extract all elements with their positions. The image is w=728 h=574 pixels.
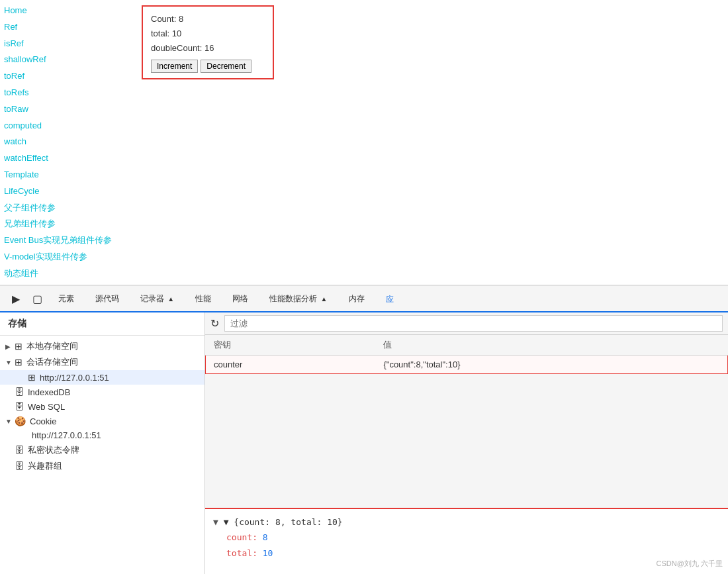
decrement-button[interactable]: Decrement bbox=[201, 60, 251, 73]
left-navigation: HomeRefisRefshallowReftoReftoRefstoRawco… bbox=[0, 0, 136, 285]
tab-perf-insights[interactable]: 性能数据分析 ▲ bbox=[259, 285, 338, 312]
increment-button[interactable]: Increment bbox=[151, 60, 198, 73]
nav-item-兄弟组件传参[interactable]: 兄弟组件传参 bbox=[0, 216, 136, 232]
tree-label: http://127.0.0.1:51 bbox=[40, 373, 109, 383]
devtools-panel: ▶ ▢ 元素 源代码 记录器 ▲ 性能 网络 性能数据分析 ▲ 内存 应 bbox=[0, 285, 728, 574]
tab-elements[interactable]: 元素 bbox=[48, 285, 85, 312]
storage-panel: 存储 ▶⊞本地存储空间▼⊞会话存储空间⊞http://127.0.0.1:51🗄… bbox=[0, 312, 205, 574]
tree-icon: 🗄 bbox=[15, 387, 24, 397]
tab-network[interactable]: 网络 bbox=[222, 285, 259, 312]
tree-icon: ⊞ bbox=[28, 372, 36, 383]
nav-item-lifecycle[interactable]: LifeCycle bbox=[0, 183, 136, 200]
tree-icon: 🗄 bbox=[15, 401, 24, 412]
nav-item-toraw[interactable]: toRaw bbox=[0, 101, 136, 118]
count-display: Count: 8 bbox=[151, 12, 265, 26]
storage-table: 密钥 值 counter{"count":8,"total":10} bbox=[205, 335, 728, 374]
nav-item-v-model实现组件传参[interactable]: V-model实现组件传参 bbox=[0, 249, 136, 265]
tree-label: 私密状态令牌 bbox=[28, 444, 79, 456]
inspect-icon[interactable]: ▢ bbox=[26, 288, 48, 309]
tree-item-5[interactable]: ▼🍪Cookie bbox=[0, 414, 205, 428]
tab-application[interactable]: 应 bbox=[375, 286, 404, 312]
tree-label: Cookie bbox=[30, 416, 56, 426]
tree-item-2[interactable]: ⊞http://127.0.0.1:51 bbox=[0, 370, 205, 385]
nav-item-ref[interactable]: Ref bbox=[0, 19, 136, 36]
nav-item-torefs[interactable]: toRefs bbox=[0, 85, 136, 101]
storage-panel-title: 存储 bbox=[0, 312, 205, 336]
watermark: CSDN@刘九 六千里 bbox=[657, 559, 723, 569]
counter-box: Count: 8 total: 10 doubleCount: 16 Incre… bbox=[142, 5, 274, 79]
table-cell-value: {"count":8,"total":10} bbox=[375, 356, 727, 374]
tab-sources[interactable]: 源代码 bbox=[85, 285, 130, 312]
nav-item-watcheffect[interactable]: watchEffect bbox=[0, 150, 136, 167]
nav-item-computed[interactable]: computed bbox=[0, 118, 136, 134]
devtools-content: 存储 ▶⊞本地存储空间▼⊞会话存储空间⊞http://127.0.0.1:51🗄… bbox=[0, 312, 728, 574]
tree-item-6[interactable]: http://127.0.0.1:51 bbox=[0, 428, 205, 442]
nav-item-父子组件传参[interactable]: 父子组件传参 bbox=[0, 200, 136, 216]
tree-item-3[interactable]: 🗄IndexedDB bbox=[0, 385, 205, 399]
tree-label: http://127.0.0.1:51 bbox=[32, 430, 101, 440]
main-content: Count: 8 total: 10 doubleCount: 16 Incre… bbox=[136, 0, 728, 285]
devtools-toolbar: ▶ ▢ 元素 源代码 记录器 ▲ 性能 网络 性能数据分析 ▲ 内存 应 bbox=[0, 286, 728, 312]
table-row-0[interactable]: counter{"count":8,"total":10} bbox=[206, 356, 728, 374]
tree-item-7[interactable]: 🗄私密状态令牌 bbox=[0, 442, 205, 458]
total-display: total: 10 bbox=[151, 26, 265, 41]
storage-data-panel: ↻ 密钥 值 counter{"count":8,"total":10} bbox=[205, 312, 728, 574]
nav-item-template[interactable]: Template bbox=[0, 167, 136, 183]
tree-icon: 🗄 bbox=[15, 461, 24, 471]
tree-label: 本地存储空间 bbox=[26, 340, 78, 352]
tree-label: 兴趣群组 bbox=[28, 460, 62, 472]
nav-item-home[interactable]: Home bbox=[0, 3, 136, 19]
tree-arrow: ▼ bbox=[5, 418, 13, 425]
cursor-icon[interactable]: ▶ bbox=[5, 288, 26, 309]
data-table-container: 密钥 值 counter{"count":8,"total":10} bbox=[205, 335, 728, 508]
nav-item-toref[interactable]: toRef bbox=[0, 68, 136, 85]
storage-tree: ▶⊞本地存储空间▼⊞会话存储空间⊞http://127.0.0.1:51🗄Ind… bbox=[0, 336, 205, 477]
filter-input[interactable] bbox=[224, 315, 723, 332]
tree-label: 会话存储空间 bbox=[26, 356, 78, 368]
tree-label: Web SQL bbox=[28, 402, 65, 412]
tree-item-4[interactable]: 🗄Web SQL bbox=[0, 399, 205, 414]
json-line-3: total: 10 bbox=[213, 546, 720, 561]
json-line-1: ▼ ▼ {count: 8, total: 10} bbox=[213, 514, 720, 530]
tree-arrow: ▼ bbox=[5, 359, 13, 366]
nav-item-isref[interactable]: isRef bbox=[0, 36, 136, 52]
nav-item-shallowref[interactable]: shallowRef bbox=[0, 52, 136, 68]
tree-icon: ⊞ bbox=[15, 341, 23, 352]
tree-item-0[interactable]: ▶⊞本地存储空间 bbox=[0, 338, 205, 354]
tree-icon: 🍪 bbox=[15, 416, 26, 426]
tree-item-8[interactable]: 🗄兴趣群组 bbox=[0, 458, 205, 474]
tab-memory[interactable]: 内存 bbox=[338, 285, 375, 312]
col-key-header: 密钥 bbox=[206, 335, 376, 356]
tree-icon: ⊞ bbox=[15, 357, 23, 367]
double-count-display: doubleCount: 16 bbox=[151, 41, 265, 56]
nav-item-event-bus实现兄弟组件传参[interactable]: Event Bus实现兄弟组件传参 bbox=[0, 232, 136, 249]
tab-performance[interactable]: 性能 bbox=[185, 285, 222, 312]
col-value-header: 值 bbox=[375, 335, 727, 356]
json-line-2: count: 8 bbox=[213, 530, 720, 545]
json-preview: ▼ ▼ {count: 8, total: 10} count: 8 total… bbox=[205, 508, 728, 574]
tree-item-1[interactable]: ▼⊞会话存储空间 bbox=[0, 354, 205, 370]
tree-arrow: ▶ bbox=[5, 343, 13, 350]
tab-recorder[interactable]: 记录器 ▲ bbox=[130, 285, 185, 312]
table-cell-key: counter bbox=[206, 356, 376, 374]
filter-bar: ↻ bbox=[205, 312, 728, 335]
tree-label: IndexedDB bbox=[28, 387, 70, 397]
perf-warning-icon: ▲ bbox=[321, 295, 328, 303]
tree-icon: 🗄 bbox=[15, 445, 24, 455]
nav-item-watch[interactable]: watch bbox=[0, 134, 136, 150]
recorder-warning-icon: ▲ bbox=[167, 295, 174, 303]
nav-item-动态组件[interactable]: 动态组件 bbox=[0, 265, 136, 282]
refresh-button[interactable]: ↻ bbox=[210, 317, 219, 330]
